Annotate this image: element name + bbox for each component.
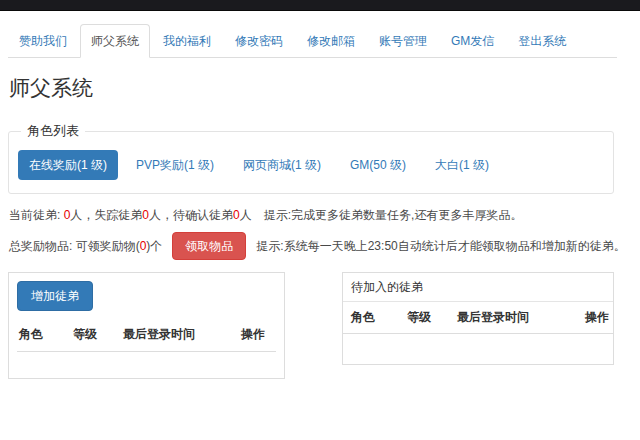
empty-cell: [343, 334, 613, 364]
stats-suffix: 人: [240, 208, 252, 222]
tab-change-password[interactable]: 修改密码: [224, 24, 296, 58]
page-title: 师父系统: [9, 74, 640, 102]
pill-gm[interactable]: GM(50 级): [339, 150, 417, 180]
header-last-login: 最后登录时间: [455, 302, 583, 334]
pending-apprentice-count: 0: [233, 208, 240, 222]
header-last-login: 最后登录时间: [121, 318, 239, 352]
tab-change-email[interactable]: 修改邮箱: [296, 24, 368, 58]
table-row: [343, 334, 613, 364]
header-level: 等级: [405, 302, 455, 334]
tab-my-benefits[interactable]: 我的福利: [152, 24, 224, 58]
table-header-row: 角色 等级 最后登录时间 操作: [17, 318, 276, 352]
stats-hint: 提示:完成更多徒弟数量任务,还有更多丰厚奖品。: [264, 208, 523, 222]
reward-suffix: )个: [146, 239, 162, 253]
role-pills: 在线奖励(1 级) PVP奖励(1 级) 网页商城(1 级) GM(50 级) …: [18, 150, 604, 180]
pending-apprentices-panel: 待加入的徒弟 角色 等级 最后登录时间 操作: [342, 272, 614, 365]
tab-my-benefits-link[interactable]: 我的福利: [152, 24, 222, 58]
table-header-row: 角色 等级 最后登录时间 操作: [343, 302, 613, 334]
reward-hint: 提示:系统每一天晚上23:50自动统计后才能领取物品和增加新的徒弟。: [256, 238, 625, 255]
tab-change-password-link[interactable]: 修改密码: [224, 24, 294, 58]
reward-prefix: 总奖励物品: 可领奖励物(: [9, 239, 140, 253]
header-action: 操作: [583, 302, 613, 334]
top-dark-bar: [0, 0, 640, 11]
pending-apprentices-table: 待加入的徒弟 角色 等级 最后登录时间 操作: [343, 273, 613, 364]
tab-gm-mail[interactable]: GM发信: [440, 24, 507, 58]
tab-change-email-link[interactable]: 修改邮箱: [296, 24, 366, 58]
add-apprentice-button[interactable]: 增加徒弟: [17, 281, 93, 311]
tab-logout[interactable]: 登出系统: [507, 24, 579, 58]
pill-online-reward[interactable]: 在线奖励(1 级): [18, 150, 118, 180]
tab-gm-mail-link[interactable]: GM发信: [440, 24, 505, 58]
stats-mid2: 人，待确认徒弟: [149, 208, 233, 222]
reward-text: 总奖励物品: 可领奖励物(0)个: [9, 238, 162, 255]
pill-web-mall[interactable]: 网页商城(1 级): [232, 150, 332, 180]
claim-items-button[interactable]: 领取物品: [172, 232, 246, 260]
tab-sponsor-us-link[interactable]: 赞助我们: [8, 24, 78, 58]
main-nav-tabs: 赞助我们 师父系统 我的福利 修改密码 修改邮箱 账号管理 GM发信 登出系统: [8, 24, 617, 58]
apprentice-panels: 增加徒弟 角色 等级 最后登录时间 操作 待加: [8, 272, 614, 379]
header-action: 操作: [239, 318, 276, 352]
tab-logout-link[interactable]: 登出系统: [507, 24, 577, 58]
panel-title-row: 待加入的徒弟: [343, 273, 613, 302]
my-apprentices-panel: 增加徒弟 角色 等级 最后登录时间 操作: [8, 272, 285, 379]
role-list-legend: 角色列表: [21, 122, 85, 140]
stats-prefix: 当前徒弟:: [9, 208, 64, 222]
pill-dabai[interactable]: 大白(1 级): [424, 150, 500, 180]
tab-master-system-link[interactable]: 师父系统: [80, 24, 150, 58]
tab-account-management-link[interactable]: 账号管理: [368, 24, 438, 58]
header-role: 角色: [17, 318, 71, 352]
header-role: 角色: [343, 302, 405, 334]
my-apprentices-table: 角色 等级 最后登录时间 操作: [17, 318, 276, 378]
header-level: 等级: [71, 318, 121, 352]
empty-cell: [17, 352, 276, 378]
pill-pvp-reward[interactable]: PVP奖励(1 级): [125, 150, 225, 180]
tab-master-system[interactable]: 师父系统: [80, 24, 152, 58]
reward-line: 总奖励物品: 可领奖励物(0)个 领取物品 提示:系统每一天晚上23:50自动统…: [9, 232, 640, 260]
tab-account-management[interactable]: 账号管理: [368, 24, 440, 58]
pending-panel-title: 待加入的徒弟: [343, 273, 613, 302]
tab-sponsor-us[interactable]: 赞助我们: [8, 24, 80, 58]
apprentice-stats-line: 当前徒弟: 0人，失踪徒弟0人，待确认徒弟0人提示:完成更多徒弟数量任务,还有更…: [9, 207, 640, 224]
role-list-fieldset: 角色列表 在线奖励(1 级) PVP奖励(1 级) 网页商城(1 级) GM(5…: [8, 122, 614, 194]
stats-mid1: 人，失踪徒弟: [70, 208, 142, 222]
table-row: [17, 352, 276, 378]
